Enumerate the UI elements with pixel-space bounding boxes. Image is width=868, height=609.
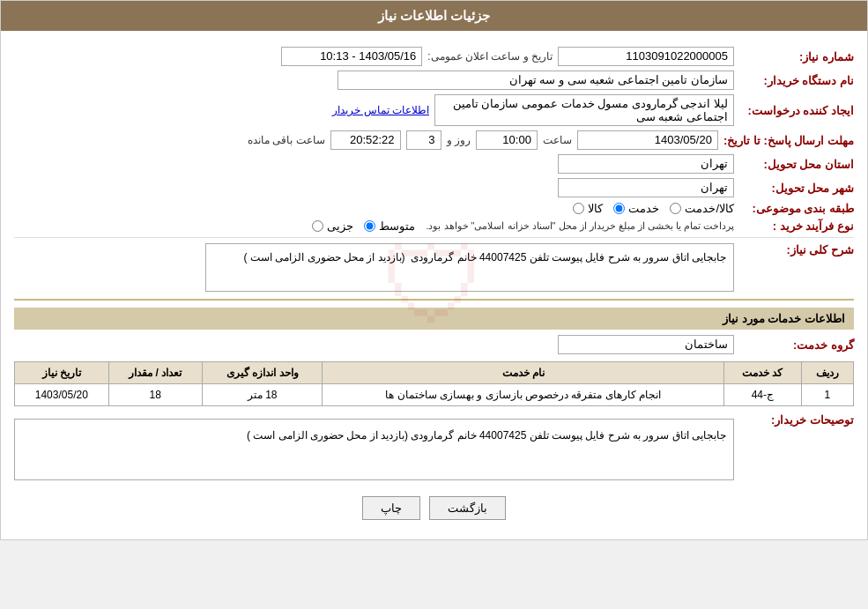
response-days-value: 3	[406, 130, 441, 150]
response-date-label: مهلت ارسال پاسخ: تا تاریخ:	[723, 134, 854, 147]
print-button[interactable]: چاپ	[362, 496, 420, 520]
purchase-type-note: پرداخت تمام یا بخشی از مبلغ خریدار از مح…	[426, 220, 734, 232]
category-radio-kala[interactable]: کالا	[573, 202, 603, 215]
table-header-name: نام خدمت	[323, 362, 724, 384]
services-section-header: اطلاعات خدمات مورد نیاز	[14, 308, 854, 330]
category-kala-khedmat-label: کالا/خدمت	[685, 202, 734, 215]
table-cell-name: انجام کارهای متفرقه درخصوص بازسازی و بهس…	[323, 384, 724, 406]
category-radio-kala-khedmat-input[interactable]	[670, 203, 681, 214]
purchase-type-radio-motavasset-input[interactable]	[364, 220, 375, 232]
purchase-type-label: نوع فرآیند خرید :	[739, 219, 854, 233]
service-group-value: ساختمان	[558, 335, 734, 354]
response-remaining-value: 20:52:22	[330, 130, 401, 150]
table-header-code: کد خدمت	[724, 362, 802, 384]
need-number-label: شماره نیاز:	[739, 50, 854, 63]
buyer-description-label: توصیحات خریدار:	[739, 413, 854, 427]
creator-label: ایجاد کننده درخواست:	[739, 104, 854, 117]
response-time-label: ساعت	[543, 134, 572, 146]
buyer-org-value: سازمان تامین اجتماعی شعبه سی و سه تهران	[338, 71, 734, 90]
table-header-quantity: تعداد / مقدار	[108, 362, 202, 384]
purchase-type-radio-motavasset[interactable]: متوسط	[364, 219, 415, 233]
purchase-type-motavasset-label: متوسط	[379, 219, 415, 233]
buyer-description-content: جابجایی اتاق سرور به شرح فایل پیوست تلفن…	[14, 419, 734, 480]
table-cell-row: 1	[801, 384, 853, 406]
table-row: 1 ج-44 انجام کارهای متفرقه درخصوص بازساز…	[15, 384, 854, 406]
services-table: ردیف کد خدمت نام خدمت واحد اندازه گیری ت…	[14, 361, 854, 406]
category-radio-kala-input[interactable]	[573, 203, 584, 214]
response-time-value: 10:00	[476, 130, 538, 150]
date-label: تاریخ و ساعت اعلان عمومی:	[427, 50, 553, 63]
purchase-type-radio-jozi-input[interactable]	[312, 220, 323, 232]
province-value: تهران	[558, 154, 734, 174]
page-title: جزئیات اطلاعات نیاز	[1, 1, 867, 31]
city-value: تهران	[558, 178, 734, 197]
category-khedmat-label: خدمت	[628, 202, 659, 215]
table-cell-quantity: 18	[108, 384, 202, 406]
footer-buttons: بازگشت چاپ	[14, 496, 854, 520]
table-cell-date: 1403/05/20	[15, 384, 109, 406]
category-radio-kala-khedmat[interactable]: کالا/خدمت	[670, 202, 734, 215]
back-button[interactable]: بازگشت	[429, 496, 506, 520]
table-cell-unit: 18 متر	[203, 384, 323, 406]
table-header-date: تاریخ نیاز	[15, 362, 109, 384]
creator-contact-link[interactable]: اطلاعات تماس خریدار	[332, 104, 429, 116]
table-cell-code: ج-44	[724, 384, 802, 406]
need-description-label: شرح کلی نیاز:	[739, 243, 854, 256]
category-radio-group: کالا/خدمت خدمت کالا	[573, 202, 734, 215]
response-days-label: روز و	[447, 134, 471, 146]
buyer-org-label: نام دستگاه خریدار:	[739, 74, 854, 87]
table-header-unit: واحد اندازه گیری	[203, 362, 323, 384]
purchase-type-radio-group: پرداخت تمام یا بخشی از مبلغ خریدار از مح…	[312, 219, 734, 233]
city-label: شهر محل تحویل:	[739, 182, 854, 195]
table-header-row: ردیف	[801, 362, 853, 384]
province-label: استان محل تحویل:	[739, 158, 854, 171]
creator-value: لیلا اندجی گرمارودی مسول خدمات عمومی ساز…	[434, 94, 734, 126]
category-radio-khedmat-input[interactable]	[613, 203, 625, 214]
need-number-value: 1103091022000005	[558, 47, 734, 66]
date-value: 1403/05/16 - 10:13	[281, 47, 422, 66]
response-date-value: 1403/05/20	[577, 130, 718, 150]
purchase-type-radio-jozi[interactable]: جزیی	[312, 219, 353, 233]
response-remaining-label: ساعت باقی مانده	[248, 134, 325, 146]
category-radio-khedmat[interactable]: خدمت	[613, 202, 659, 215]
need-description-content	[205, 243, 734, 292]
category-kala-label: کالا	[588, 202, 603, 215]
purchase-type-jozi-label: جزیی	[327, 219, 353, 233]
service-group-label: گروه خدمت:	[739, 338, 854, 352]
category-label: طبقه بندی موضوعی:	[739, 202, 854, 215]
